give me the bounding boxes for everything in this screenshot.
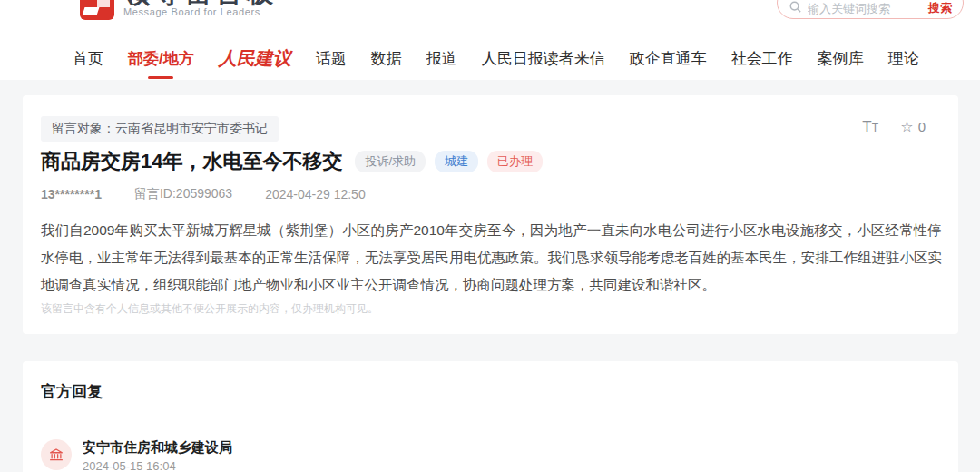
nav-item-home[interactable]: 首页 [73,48,103,69]
message-author: 13********1 [41,187,102,202]
reply-info: 安宁市住房和城乡建设局 2024-05-15 16:04 [83,439,232,472]
site-logo-icon[interactable] [80,0,114,20]
nav-item-reader-letters[interactable]: 人民日报读者来信 [482,48,605,69]
site-header: 领导留言板 Message Board for Leaders 搜索 首页 部委… [0,0,980,80]
active-tab-underline [148,76,173,79]
nav-item-people-suggestions[interactable]: 人民建议 [219,46,291,71]
search-box[interactable]: 搜索 [777,0,964,19]
favorite-button[interactable]: ☆ 0 [900,118,926,135]
font-size-small-t: T [872,122,878,134]
page-background: 留言对象：云南省昆明市安宁市委书记 TT ☆ 0 商品房交房14年，水电至今不移… [0,80,980,472]
reply-date: 2024-05-15 16:04 [83,459,232,472]
message-card: 留言对象：云南省昆明市安宁市委书记 TT ☆ 0 商品房交房14年，水电至今不移… [23,95,958,334]
page: 领导留言板 Message Board for Leaders 搜索 首页 部委… [0,0,980,472]
nav-item-case-library[interactable]: 案例库 [818,48,864,69]
privacy-note: 该留言中含有个人信息或其他不便公开展示的内容，仅办理机构可见。 [41,301,378,317]
gov-building-icon [41,439,72,470]
message-body: 我们自2009年购买太平新城万辉星城（紫荆堡）小区的房产2010年交房至今，因为… [41,217,942,299]
message-date: 2024-04-29 12:50 [265,187,366,202]
message-tags: 投诉/求助 城建 已办理 [355,151,543,172]
nav-item-data[interactable]: 数据 [371,48,402,69]
search-button[interactable]: 搜索 [928,0,952,16]
message-meta: 13********1 留言ID:20599063 2024-04-29 12:… [41,186,366,202]
font-size-icon[interactable]: TT [862,118,878,136]
reply-item: 安宁市住房和城乡建设局 2024-05-15 16:04 [41,439,232,472]
reply-section-title: 官方回复 [41,381,103,402]
nav-item-reports[interactable]: 报道 [426,48,457,69]
nav-item-topics[interactable]: 话题 [316,48,347,69]
site-logo-tagline: Message Board for Leaders [123,6,260,17]
message-title-row: 商品房交房14年，水电至今不移交 投诉/求助 城建 已办理 [41,148,543,175]
divider [41,418,940,418]
tag-category: 城建 [435,151,478,172]
nav-item-gov-business[interactable]: 政企直通车 [630,48,707,69]
search-icon [789,0,802,17]
nav-item-ministries-local[interactable]: 部委/地方 [128,48,194,69]
nav-item-label: 部委/地方 [128,50,194,67]
official-reply-card: 官方回复 安宁市住房和城乡建设局 2024-05-15 16:04 [23,361,958,472]
star-count: 0 [918,119,926,134]
message-target-badge: 留言对象：云南省昆明市安宁市委书记 [41,116,279,142]
message-title: 商品房交房14年，水电至今不移交 [41,148,342,175]
message-id: 留言ID:20599063 [134,186,232,202]
nav-item-theory[interactable]: 理论 [888,48,919,69]
nav-item-social-work[interactable]: 社会工作 [731,48,793,69]
tag-complaint: 投诉/求助 [355,151,426,172]
search-input[interactable] [802,0,928,17]
star-icon: ☆ [900,118,913,135]
main-nav: 首页 部委/地方 人民建议 话题 数据 报道 人民日报读者来信 政企直通车 社会… [73,42,919,74]
font-size-big-t: T [862,118,871,135]
tag-status: 已办理 [487,151,543,172]
reply-org-name[interactable]: 安宁市住房和城乡建设局 [83,439,232,457]
